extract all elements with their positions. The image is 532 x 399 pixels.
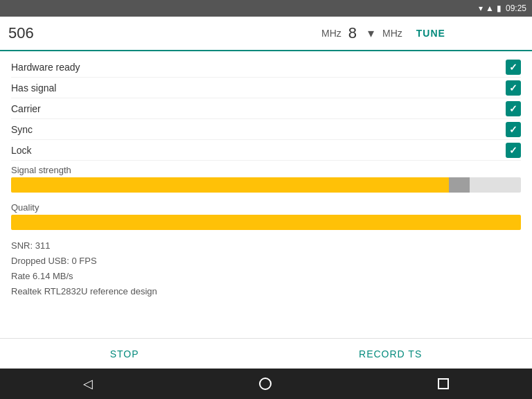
snr-text: SNR: 311 — [11, 238, 521, 254]
carrier-label: Carrier — [11, 103, 41, 114]
device-text: Realtek RTL2832U reference design — [11, 284, 521, 299]
status-row-carrier: Carrier — [11, 98, 521, 119]
dropdown-arrow-icon[interactable]: ▾ — [368, 26, 374, 41]
quality-bar — [11, 215, 521, 230]
dropped-text: Dropped USB: 0 FPS — [11, 254, 521, 269]
signal-strength-label: Signal strength — [11, 165, 521, 175]
hardware-ready-checkbox — [506, 60, 521, 75]
home-icon — [259, 378, 272, 390]
action-bar: STOP RECORD TS — [0, 338, 532, 369]
quality-label: Quality — [11, 202, 521, 213]
record-ts-button[interactable]: RECORD TS — [337, 343, 444, 365]
status-row-sync: Sync — [11, 119, 521, 140]
quality-section: Quality — [11, 202, 521, 236]
sync-checkbox — [506, 122, 521, 137]
battery-icon: ▮ — [497, 3, 502, 13]
back-icon: ◁ — [83, 376, 93, 391]
hardware-ready-label: Hardware ready — [11, 62, 80, 73]
status-icons: ▾ ▲ ▮ — [479, 3, 502, 13]
nav-bar: ◁ — [0, 369, 532, 399]
rate-text: Rate 6.14 MB/s — [11, 269, 521, 284]
frequency-input[interactable] — [8, 24, 313, 42]
mhz-label-2: MHz — [382, 28, 402, 39]
recents-icon — [438, 378, 449, 389]
stop-button[interactable]: STOP — [88, 343, 161, 365]
tune-button[interactable]: TUNE — [414, 22, 448, 44]
status-time: 09:25 — [506, 3, 526, 13]
signal-strength-fill — [11, 177, 470, 193]
channel-value: 8 — [348, 24, 357, 42]
main-content: Hardware ready Has signal Carrier Sync L… — [0, 51, 532, 338]
toolbar: MHz 8 ▾ MHz TUNE — [0, 17, 532, 51]
mhz-label-1: MHz — [321, 28, 342, 39]
home-button[interactable] — [242, 372, 288, 396]
lock-label: Lock — [11, 145, 32, 156]
has-signal-label: Has signal — [11, 82, 56, 94]
quality-fill — [11, 215, 521, 230]
back-button[interactable]: ◁ — [66, 371, 109, 397]
recents-button[interactable] — [421, 373, 466, 395]
signal-strength-bar — [11, 177, 521, 193]
status-row-signal: Has signal — [11, 78, 521, 98]
signal-strength-section: Signal strength — [11, 165, 521, 198]
carrier-checkbox — [506, 101, 521, 116]
status-row-hardware: Hardware ready — [11, 57, 521, 78]
status-row-lock: Lock — [11, 140, 521, 161]
sync-label: Sync — [11, 124, 33, 135]
signal-icon: ▲ — [486, 3, 494, 13]
status-bar: ▾ ▲ ▮ 09:25 — [0, 0, 532, 17]
wifi-icon: ▾ — [479, 3, 483, 13]
lock-checkbox — [506, 143, 521, 158]
has-signal-checkbox — [506, 80, 521, 96]
stats-section: SNR: 311 Dropped USB: 0 FPS Rate 6.14 MB… — [11, 238, 521, 299]
